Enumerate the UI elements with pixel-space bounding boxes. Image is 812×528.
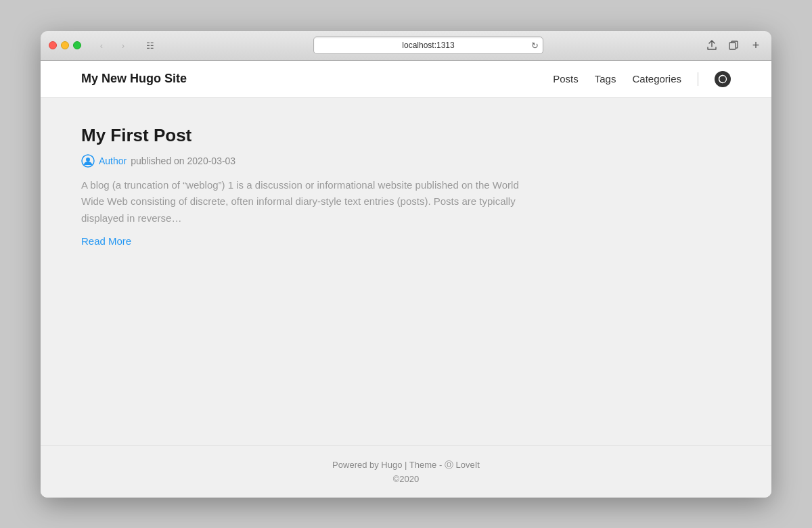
theme-toggle-button[interactable] bbox=[715, 71, 731, 87]
browser-nav-buttons: ‹ › bbox=[92, 38, 133, 53]
address-text: localhost:1313 bbox=[402, 41, 454, 50]
site-footer: Powered by Hugo | Theme - Ⓞ LoveIt ©2020 bbox=[41, 445, 771, 498]
author-icon bbox=[81, 154, 95, 168]
nav-categories[interactable]: Categories bbox=[632, 73, 681, 85]
traffic-lights bbox=[49, 41, 81, 49]
nav-posts[interactable]: Posts bbox=[553, 73, 579, 85]
maximize-button[interactable] bbox=[73, 41, 81, 49]
post-meta: Author published on 2020-03-03 bbox=[81, 154, 541, 168]
reload-button[interactable]: ↻ bbox=[531, 41, 539, 51]
post-excerpt: A blog (a truncation of “weblog”) 1 is a… bbox=[81, 177, 541, 227]
footer-powered-by: Powered by Hugo | Theme - Ⓞ LoveIt bbox=[54, 459, 758, 471]
new-window-button[interactable] bbox=[724, 38, 743, 53]
post-card: My First Post Author published on 2020-0… bbox=[81, 125, 541, 247]
nav-divider bbox=[698, 72, 698, 86]
toolbar-right: + bbox=[702, 38, 763, 53]
new-tab-button[interactable]: + bbox=[748, 38, 763, 53]
address-bar-container: localhost:1313 ↻ bbox=[165, 37, 692, 54]
author-name[interactable]: Author bbox=[99, 155, 127, 166]
footer-copyright: ©2020 bbox=[54, 474, 758, 484]
site-header: My New Hugo Site Posts Tags Categories bbox=[41, 61, 771, 98]
svg-rect-0 bbox=[729, 43, 736, 49]
nav-tags[interactable]: Tags bbox=[595, 73, 616, 85]
published-date: published on 2020-03-03 bbox=[131, 155, 235, 166]
read-more-link[interactable]: Read More bbox=[81, 235, 131, 247]
post-title: My First Post bbox=[81, 125, 541, 146]
share-button[interactable] bbox=[702, 38, 721, 53]
main-content: My First Post Author published on 2020-0… bbox=[41, 98, 771, 445]
address-bar[interactable]: localhost:1313 ↻ bbox=[313, 37, 543, 54]
svg-point-3 bbox=[86, 158, 90, 162]
reader-view-button[interactable]: ☷ bbox=[141, 38, 160, 53]
forward-button[interactable]: › bbox=[114, 38, 133, 53]
browser-content: My New Hugo Site Posts Tags Categories M… bbox=[41, 61, 771, 498]
site-title: My New Hugo Site bbox=[81, 72, 187, 86]
site-nav: Posts Tags Categories bbox=[553, 71, 731, 87]
back-button[interactable]: ‹ bbox=[92, 38, 111, 53]
close-button[interactable] bbox=[49, 41, 57, 49]
minimize-button[interactable] bbox=[61, 41, 69, 49]
browser-window: ‹ › ☷ localhost:1313 ↻ + bbox=[41, 31, 771, 498]
browser-titlebar: ‹ › ☷ localhost:1313 ↻ + bbox=[41, 31, 771, 61]
